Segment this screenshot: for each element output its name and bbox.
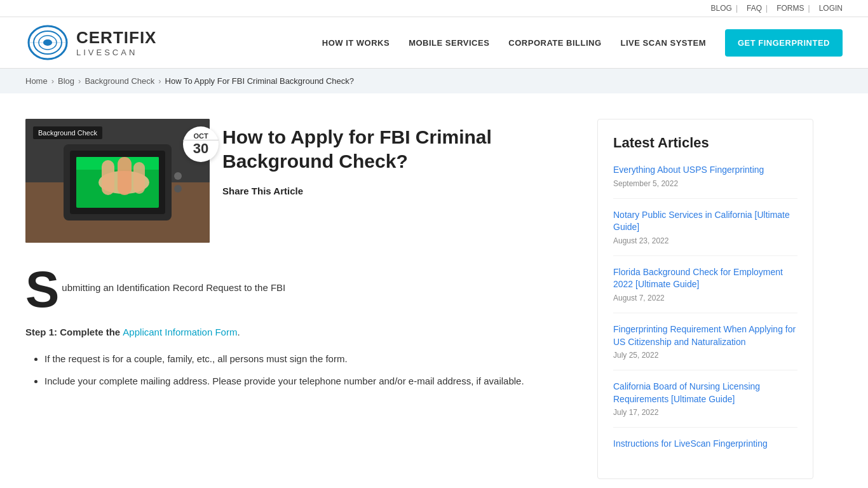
main-content: Background Check OCT 30 How to Apply for… [25,119,572,479]
sidebar-article-link[interactable]: Instructions for LiveScan Fingerprinting [613,438,797,451]
sidebar-article-item: Florida Background Check for Employment … [613,266,797,313]
sep2: | [766,4,768,13]
sidebar-article-item: California Board of Nursing Licensing Re… [613,381,797,428]
date-badge: OCT 30 [183,126,219,162]
article-title: How to Apply for FBI Criminal Background… [222,125,572,173]
date-month: OCT [183,132,219,140]
applicant-form-link[interactable]: Applicant Information Form [123,327,237,337]
step1-text: Step 1: Complete the Applicant Informati… [25,324,572,341]
step1-prefix: Step 1: Complete the [25,327,123,337]
bullet-item: Include your complete mailing address. P… [44,373,572,390]
sidebar-article-item: Notary Public Services in California [Ul… [613,209,797,256]
article-header: Background Check OCT 30 How to Apply for… [25,119,572,243]
bg-badge: Background Check [33,126,102,139]
top-bar: BLOG | FAQ | FORMS | LOGIN [0,0,868,17]
svg-rect-15 [118,157,132,195]
sidebar-article-item: Everything About USPS Fingerprinting Sep… [613,164,797,199]
sidebar-article-link[interactable]: California Board of Nursing Licensing Re… [613,381,797,405]
svg-point-12 [174,185,182,193]
sidebar-article-date: September 5, 2022 [613,179,797,188]
drop-cap: S [25,268,59,311]
blog-link[interactable]: BLOG [711,4,732,13]
breadcrumb-home[interactable]: Home [25,76,48,86]
logo-certifix: CERTIFIX [76,28,156,48]
latest-articles-title: Latest Articles [613,135,797,151]
svg-rect-16 [133,162,145,194]
step1-suffix: . [237,327,240,337]
breadcrumb: Home › Blog › Background Check › How To … [0,69,868,93]
sidebar-article-link[interactable]: Everything About USPS Fingerprinting [613,164,797,177]
logo[interactable]: CERTIFIX LIVESCAN [25,24,156,62]
logo-livescan: LIVESCAN [76,48,156,57]
article-info: How to Apply for FBI Criminal Background… [222,119,572,196]
svg-point-11 [174,172,182,180]
sep3: | [808,4,810,13]
sidebar-article-date: August 7, 2022 [613,294,797,302]
sep1: | [736,4,738,13]
breadcrumb-sep1: › [51,76,54,86]
breadcrumb-blog[interactable]: Blog [58,76,74,86]
bullet-item: If the request is for a couple, family, … [44,351,572,367]
nav-live-scan[interactable]: LIVE SCAN SYSTEM [621,38,706,48]
article-image-wrapper: Background Check OCT 30 [25,119,210,243]
sidebar-article-date: July 25, 2022 [613,351,797,360]
main-nav: HOW IT WORKS MOBILE SERVICES CORPORATE B… [322,29,843,57]
get-fingerprinted-button[interactable]: GET FINGERPRINTED [725,29,843,57]
date-day: 30 [193,140,208,157]
nav-mobile-services[interactable]: MOBILE SERVICES [409,38,489,48]
nav-corporate-billing[interactable]: CORPORATE BILLING [508,38,601,48]
article-image: Background Check [25,119,210,243]
header: CERTIFIX LIVESCAN HOW IT WORKS MOBILE SE… [0,17,868,69]
sidebar-article-link[interactable]: Fingerprinting Requirement When Applying… [613,323,797,348]
logo-icon [25,24,70,62]
sidebar-article-link[interactable]: Florida Background Check for Employment … [613,266,797,291]
bullet-list: If the request is for a couple, family, … [44,351,572,390]
article-body: S ubmitting an Identification Record Req… [25,268,572,390]
sidebar: Latest Articles Everything About USPS Fi… [597,119,813,479]
logo-text: CERTIFIX LIVESCAN [76,28,156,57]
latest-articles-panel: Latest Articles Everything About USPS Fi… [597,119,813,479]
intro-text: ubmitting an Identification Record Reque… [62,268,285,296]
sidebar-article-date: August 23, 2022 [613,236,797,245]
breadcrumb-background-check[interactable]: Background Check [85,76,154,86]
login-link[interactable]: LOGIN [819,4,843,13]
nav-how-it-works[interactable]: HOW IT WORKS [322,38,390,48]
sidebar-article-date: July 17, 2022 [613,408,797,417]
faq-link[interactable]: FAQ [747,4,762,13]
sidebar-article-item: Fingerprinting Requirement When Applying… [613,323,797,370]
forms-link[interactable]: FORMS [776,4,804,13]
sidebar-article-link[interactable]: Notary Public Services in California [Ul… [613,209,797,234]
sidebar-article-item: Instructions for LiveScan Fingerprinting [613,438,797,463]
breadcrumb-current: How To Apply For FBI Criminal Background… [165,76,354,86]
breadcrumb-sep2: › [78,76,81,86]
drop-cap-wrapper: S ubmitting an Identification Record Req… [25,268,572,311]
content-wrapper: Background Check OCT 30 How to Apply for… [0,93,868,488]
breadcrumb-sep3: › [158,76,161,86]
svg-rect-14 [102,160,114,195]
share-label: Share This Article [222,186,303,196]
